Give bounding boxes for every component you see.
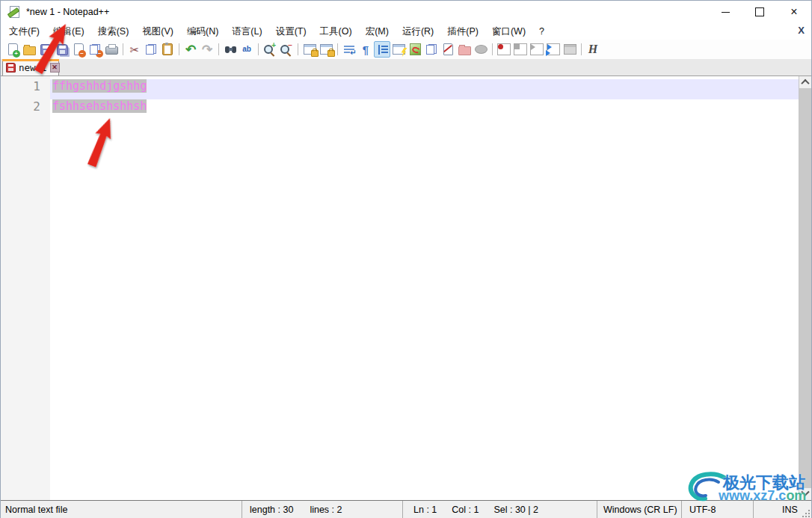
paste-icon[interactable] (159, 41, 176, 58)
selected-text[interactable]: ffhgshhdjgshhg (52, 79, 147, 93)
show-all-characters-icon[interactable]: ¶ (357, 41, 374, 58)
plugin-oval-icon[interactable] (473, 41, 489, 58)
status-position: Ln : 1 Col : 1 Sel : 30 | 2 (402, 501, 597, 518)
status-eol[interactable]: Windows (CR LF) (597, 501, 681, 518)
menu-item-window[interactable]: 窗口(W) (485, 24, 532, 40)
replace-icon[interactable]: ab (239, 41, 255, 58)
vertical-scrollbar[interactable] (799, 76, 811, 500)
sync-vertical-scroll-icon[interactable] (301, 41, 318, 58)
menu-item-plugins[interactable]: 插件(P) (440, 24, 485, 40)
toolbar-separator (581, 43, 582, 55)
close-icon[interactable]: × (777, 1, 811, 23)
redo-icon[interactable]: ↷ (199, 41, 215, 58)
toolbar-separator (179, 43, 179, 55)
menu-item-settings[interactable]: 设置(T) (269, 24, 313, 40)
eol-label: Windows (CR LF) (603, 505, 677, 515)
toolbar-separator (337, 43, 338, 55)
status-length: length : 30 lines : 2 (242, 501, 402, 518)
title-bar: *new 1 - Notepad++ × (1, 1, 811, 23)
copy-icon[interactable] (143, 41, 159, 58)
status-bar: Normal text file length : 30 lines : 2 L… (1, 500, 811, 518)
unsaved-floppy-icon (6, 63, 16, 73)
menu-item-macro[interactable]: 宏(M) (359, 24, 396, 40)
tab-new-1[interactable]: new 1 ✕ (2, 59, 59, 75)
editor-line[interactable]: ffhgshhdjgshhg (50, 79, 799, 99)
line-number[interactable]: 2 (1, 99, 50, 120)
text-content[interactable]: ffhgshhdjgshhgfshhsehshshhsh (50, 76, 799, 500)
menu-item-edit[interactable]: 编辑(E) (46, 24, 91, 40)
toolbar: +−−✂↶↷ab+−¶H (1, 40, 811, 59)
menubar-close-icon[interactable]: X (798, 25, 805, 36)
selected-text[interactable]: fshhsehshshhsh (52, 99, 147, 113)
toolbar-separator (123, 43, 123, 55)
menu-item-search[interactable]: 搜索(S) (91, 24, 136, 40)
sync-horizontal-scroll-icon[interactable] (318, 41, 334, 58)
notepadpp-window: *new 1 - Notepad++ × 文件(F)编辑(E)搜索(S)视图(V… (0, 0, 812, 518)
editor-area[interactable]: 12 ffhgshhdjgshhgfshhsehshshhsh (1, 76, 811, 500)
menu-bar: 文件(F)编辑(E)搜索(S)视图(V)编码(N)语言(L)设置(T)工具(O)… (1, 23, 811, 40)
new-file-icon[interactable]: + (4, 41, 21, 58)
insert-mode-label: INS (782, 505, 798, 515)
maximize-icon[interactable] (742, 1, 777, 23)
folder-as-workspace-icon[interactable] (456, 41, 473, 58)
function-list-icon[interactable] (390, 41, 407, 58)
menu-item-tools[interactable]: 工具(O) (313, 24, 359, 40)
macro-record-icon[interactable] (496, 41, 512, 58)
print-icon[interactable] (103, 41, 120, 58)
line-number-margin: 12 (1, 76, 50, 500)
macro-playback-icon[interactable] (529, 41, 545, 58)
save-file-icon[interactable] (37, 41, 54, 58)
selection-label: Sel : 30 | 2 (493, 505, 538, 515)
line-position-label: Ln : 1 (413, 505, 437, 515)
menu-item-file[interactable]: 文件(F) (2, 24, 46, 40)
open-file-icon[interactable] (21, 41, 37, 58)
close-file-icon[interactable]: − (70, 41, 87, 58)
lines-label: lines : 2 (310, 505, 342, 515)
macro-save-icon[interactable] (562, 41, 578, 58)
status-encoding[interactable]: UTF-8 (681, 501, 753, 518)
notepadpp-app-icon (7, 6, 20, 18)
find-icon[interactable] (222, 41, 239, 58)
toolbar-separator (258, 43, 259, 55)
plugin-h-icon[interactable]: H (585, 41, 601, 58)
show-indent-guide-icon[interactable] (374, 41, 390, 58)
scroll-down-icon[interactable] (799, 488, 811, 500)
scrollbar-thumb[interactable] (799, 88, 811, 488)
doc-type-label: Normal text file (5, 505, 67, 515)
minimize-icon[interactable] (708, 1, 742, 23)
zoom-out-icon[interactable]: − (278, 41, 295, 58)
document-map-icon[interactable] (407, 41, 423, 58)
word-wrap-icon[interactable] (341, 41, 357, 58)
toolbar-separator (298, 43, 298, 55)
monitoring-icon[interactable] (440, 41, 456, 58)
toolbar-separator (218, 43, 219, 55)
undo-icon[interactable]: ↶ (182, 41, 199, 58)
zoom-in-icon[interactable]: + (262, 41, 278, 58)
tab-bar: new 1 ✕ (1, 59, 811, 76)
length-label: length : 30 (250, 505, 293, 515)
editor-line[interactable]: fshhsehshshhsh (50, 99, 799, 120)
close-all-icon[interactable]: − (87, 41, 103, 58)
resize-grip[interactable] (801, 508, 810, 517)
document-switcher-icon[interactable] (423, 41, 440, 58)
menu-item-language[interactable]: 语言(L) (225, 24, 268, 40)
macro-run-multiple-icon[interactable] (545, 41, 562, 58)
toolbar-separator (492, 43, 493, 55)
macro-stop-icon[interactable] (512, 41, 529, 58)
cut-icon[interactable]: ✂ (126, 41, 143, 58)
window-title: *new 1 - Notepad++ (26, 7, 109, 17)
save-all-icon[interactable] (54, 41, 70, 58)
menu-item-view[interactable]: 视图(V) (135, 24, 180, 40)
status-doc-type: Normal text file (1, 501, 242, 518)
menu-item-encoding[interactable]: 编码(N) (180, 24, 225, 40)
scroll-up-icon[interactable] (799, 76, 811, 88)
tab-label: new 1 (19, 62, 47, 73)
menu-item-run[interactable]: 运行(R) (396, 24, 440, 40)
column-position-label: Col : 1 (452, 505, 479, 515)
tab-close-icon[interactable]: ✕ (50, 63, 60, 73)
encoding-label: UTF-8 (689, 505, 716, 515)
line-number[interactable]: 1 (1, 79, 50, 99)
menu-item-help[interactable]: ? (532, 25, 551, 38)
